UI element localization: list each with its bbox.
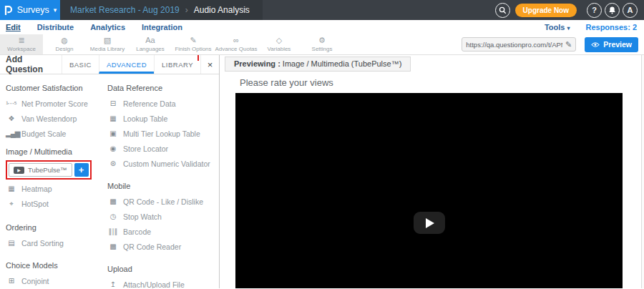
item-label: Barcode	[123, 227, 151, 236]
nav-tab-integration[interactable]: Integration	[142, 23, 182, 31]
video-player-icon: ▶	[14, 167, 24, 174]
question-types-mid-column: Data Reference ⊟ Reference Data ▦ Lookup…	[102, 77, 219, 288]
question-type-lookup-table[interactable]: ▦ Lookup Table	[107, 111, 219, 126]
item-label: QR Code - Like / Dislike	[123, 197, 203, 206]
section-upload: Upload	[107, 265, 219, 273]
workspace-toolbar: ≣ Workspace ◍ Design ▧ Media Library Aa …	[0, 34, 644, 55]
toolbar-finish-options[interactable]: ✎ Finish Options	[172, 34, 215, 54]
hotspot-icon: ⌖	[6, 200, 16, 208]
section-customer-satisfaction: Customer Satisfaction	[6, 84, 102, 92]
bell-icon	[608, 6, 616, 14]
survey-url-field[interactable]: ✎	[462, 37, 576, 52]
tab-advanced[interactable]: ADVANCED	[99, 55, 154, 74]
help-icon: ?	[592, 6, 597, 14]
close-panel-button[interactable]: ×	[200, 55, 219, 74]
toolbar-settings[interactable]: ⚙ Settings	[301, 34, 343, 54]
stop-watch-icon: ◷	[107, 212, 118, 220]
preview-button-label: Preview	[603, 40, 632, 49]
add-tubepulse-button[interactable]: +	[74, 163, 89, 177]
notifications-button[interactable]	[605, 3, 620, 18]
barcode-icon: ∥∣∥	[107, 227, 118, 235]
tubepulse-chip[interactable]: ▶ TubePulse™	[9, 163, 72, 177]
nps-scale-icon: ¹⋯⁵	[6, 99, 16, 107]
item-label: Attach/Upload File	[123, 280, 185, 289]
vertical-scrollbar[interactable]	[641, 55, 644, 288]
question-type-custom-numeric-validator[interactable]: ⊛ Custom Numeric Validator	[107, 156, 219, 171]
question-type-store-locator[interactable]: ◉ Store Locator	[107, 141, 219, 156]
toolbar-design-label: Design	[56, 46, 74, 52]
question-type-stop-watch[interactable]: ◷ Stop Watch	[107, 209, 219, 224]
section-mobile: Mobile	[107, 182, 219, 190]
question-type-qr-like-dislike[interactable]: ▩ QR Code - Like / Dislike	[107, 194, 219, 209]
question-type-conjoint[interactable]: ⊞ Conjoint	[6, 273, 102, 288]
item-label: QR Code Reader	[123, 243, 181, 251]
item-label: Stop Watch	[123, 212, 162, 221]
toolbar-settings-label: Settings	[312, 46, 333, 52]
section-data-reference: Data Reference	[107, 84, 219, 92]
nav-tab-analytics[interactable]: Analytics	[90, 23, 125, 31]
multi-tier-lookup-icon: ▣	[107, 129, 118, 137]
surveys-product-menu[interactable]: Surveys ▾	[0, 0, 60, 20]
survey-nav-row: Edit Distribute Analytics Integration To…	[0, 20, 644, 34]
toolbar-advance-quotas[interactable]: ∞ Advance Quotas	[215, 34, 258, 54]
question-type-tubepulse-highlighted[interactable]: ▶ TubePulse™ +	[6, 160, 92, 180]
nav-tab-edit[interactable]: Edit	[6, 23, 21, 31]
survey-nav-links: Edit Distribute Analytics Integration	[6, 23, 182, 31]
chevron-down-icon: ▾	[54, 6, 57, 14]
question-type-qr-code-reader[interactable]: ▩ QR Code Reader	[107, 239, 219, 254]
tab-basic[interactable]: BASIC	[62, 55, 99, 74]
conjoint-icon: ⊞	[6, 277, 16, 285]
nav-tab-distribute[interactable]: Distribute	[37, 23, 74, 31]
tools-dropdown[interactable]: Tools ▾	[545, 23, 570, 31]
toolbar-media-library-label: Media Library	[90, 46, 125, 52]
question-type-multi-tier-lookup-table[interactable]: ▣ Multi Tier Lookup Table	[107, 126, 219, 141]
numeric-validator-icon: ⊛	[107, 160, 118, 167]
questionpro-logo-icon	[4, 4, 13, 16]
toolbar-design[interactable]: ◍ Design	[43, 34, 86, 54]
upgrade-now-button[interactable]: Upgrade Now	[515, 4, 577, 17]
settings-icon: ⚙	[318, 36, 326, 45]
item-label: Net Promoter Score	[21, 99, 88, 108]
play-button[interactable]	[414, 212, 445, 234]
breadcrumb-survey-link[interactable]: Market Research - Aug 2019	[70, 5, 180, 15]
responses-count-link[interactable]: Responses: 2	[585, 23, 637, 31]
item-label: Budget Scale	[21, 129, 66, 138]
question-type-reference-data[interactable]: ⊟ Reference Data	[107, 96, 219, 111]
plus-icon: +	[79, 165, 84, 175]
video-player[interactable]	[235, 93, 623, 288]
lookup-table-icon: ▦	[107, 114, 118, 122]
item-label: Reference Data	[123, 99, 176, 108]
preview-button[interactable]: Preview	[585, 37, 638, 52]
question-type-card-sorting[interactable]: ▤ Card Sorting	[6, 235, 102, 250]
toolbar-right-group: ✎ Preview	[462, 34, 644, 54]
toolbar-variables[interactable]: ◇ Variables	[258, 34, 301, 54]
question-type-van-westendorp[interactable]: ❖ Van Westendorp	[6, 111, 102, 126]
toolbar-workspace[interactable]: ≣ Workspace	[0, 34, 43, 54]
eye-icon	[591, 41, 600, 48]
heatmap-icon: ▦	[6, 185, 16, 192]
tab-library[interactable]: LIBRARY	[154, 55, 200, 74]
pencil-icon[interactable]: ✎	[565, 40, 572, 49]
question-type-budget-scale[interactable]: ▂▄▆ Budget Scale	[6, 126, 102, 141]
finish-options-icon: ✎	[190, 36, 196, 45]
survey-url-input[interactable]	[466, 41, 562, 49]
add-question-header: Add Question BASIC ADVANCED LIBRARY ×	[0, 55, 219, 74]
question-type-hotspot[interactable]: ⌖ HotSpot	[6, 196, 102, 211]
question-type-heatmap[interactable]: ▦ Heatmap	[6, 181, 102, 196]
help-button[interactable]: ?	[587, 3, 602, 18]
toolbar-finish-options-label: Finish Options	[175, 46, 211, 52]
add-question-title: Add Question	[0, 54, 62, 74]
reference-data-icon: ⊟	[107, 99, 118, 107]
account-avatar[interactable]: A	[623, 3, 638, 18]
workspace-icon: ≣	[18, 36, 24, 45]
toolbar-media-library[interactable]: ▧ Media Library	[86, 34, 129, 54]
question-type-barcode[interactable]: ∥∣∥ Barcode	[107, 224, 219, 239]
search-button[interactable]	[495, 3, 510, 18]
toolbar-languages[interactable]: Aa Languages	[129, 34, 172, 54]
product-name: Surveys	[17, 5, 49, 15]
question-type-net-promoter-score[interactable]: ¹⋯⁵ Net Promoter Score	[6, 96, 102, 111]
qr-code-reader-icon: ▩	[107, 243, 118, 250]
variables-icon: ◇	[276, 36, 282, 45]
question-type-attach-upload-file[interactable]: ↥ Attach/Upload File	[107, 277, 219, 288]
section-ordering: Ordering	[6, 223, 102, 232]
